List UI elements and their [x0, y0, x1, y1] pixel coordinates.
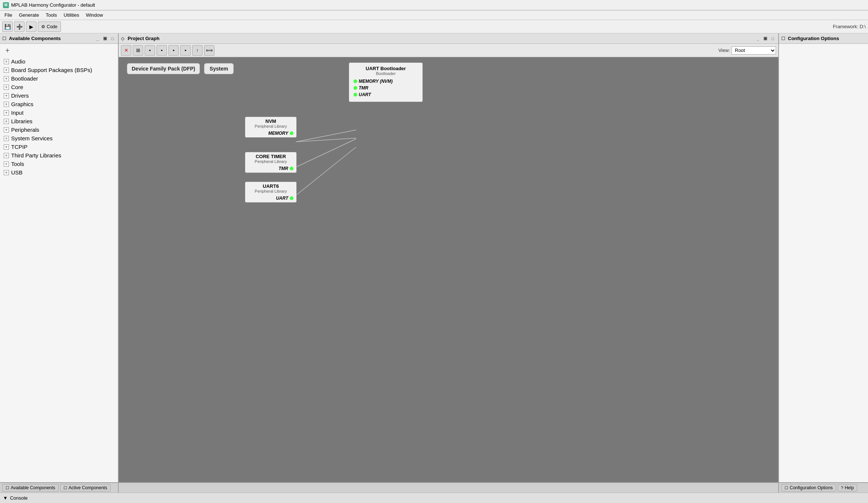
uart6-title: UART6 [248, 183, 293, 189]
tree-item-libraries[interactable]: + Libraries [0, 117, 118, 125]
component-tree: + Audio + Board Support Packages (BSPs) … [0, 57, 118, 482]
connector-button[interactable]: ⟺ [204, 45, 214, 56]
tree-label-graphics: Graphics [11, 101, 33, 107]
uart-bootloader-subtitle: Bootloader [354, 71, 418, 76]
config-options-tab[interactable]: ☐ Configuration Options [781, 484, 836, 491]
tree-label-system-services: System Services [11, 135, 53, 141]
menu-window[interactable]: Window [83, 12, 106, 19]
config-header-icon: ☐ [781, 36, 786, 41]
memory-nvm-port: MEMORY (NVM) [359, 79, 393, 84]
tree-item-tools[interactable]: + Tools [0, 160, 118, 168]
tree-label-peripherals: Peripherals [11, 127, 39, 133]
svg-line-2 [296, 139, 356, 167]
graph-canvas[interactable]: Device Family Pack (DFP) System UART Boo… [119, 57, 778, 482]
view-select[interactable]: Root [731, 46, 776, 55]
available-components-tab[interactable]: ☐ Available Components [2, 484, 59, 491]
tree-label-audio: Audio [11, 58, 25, 65]
status-arrow-icon: ▼ [3, 495, 8, 501]
tree-item-audio[interactable]: + Audio [0, 57, 118, 66]
menu-tools[interactable]: Tools [43, 12, 60, 19]
menu-utilities[interactable]: Utilities [61, 12, 82, 19]
tree-item-bootloader[interactable]: + Bootloader [0, 74, 118, 83]
active-components-tab[interactable]: ☐ Active Components [60, 484, 111, 491]
arrange-button-4[interactable]: ▪ [180, 45, 191, 56]
framework-label: Framework: D:\ [833, 24, 866, 29]
save-button[interactable]: 💾 [2, 22, 13, 32]
svg-line-3 [296, 147, 356, 195]
tab-icon-help: ? [841, 486, 843, 490]
maximize-button[interactable]: □ [109, 35, 116, 42]
graph-maximize-button[interactable]: □ [769, 35, 776, 42]
graph-minimize-button[interactable]: _ [754, 35, 761, 42]
uart6-uart-port: UART [276, 196, 288, 201]
status-bar: ▼ Console [0, 493, 868, 503]
tree-item-graphics[interactable]: + Graphics [0, 100, 118, 108]
expand-icon: + [4, 76, 9, 81]
tree-item-third-party[interactable]: + Third Party Libraries [0, 151, 118, 160]
uart-bootloader-component[interactable]: UART Bootloader Bootloader MEMORY (NVM) … [349, 62, 423, 102]
expand-icon: + [4, 85, 9, 90]
graph-header-icon: ◇ [121, 36, 126, 41]
expand-icon: + [4, 93, 9, 98]
expand-icon: + [4, 170, 9, 175]
expand-icon: + [4, 136, 9, 141]
tree-item-tcpip[interactable]: + TCPIP [0, 143, 118, 151]
tree-label-drivers: Drivers [11, 92, 29, 99]
core-timer-component[interactable]: CORE TIMER Peripheral Library TMR [245, 152, 297, 173]
nvm-subtitle: Peripheral Library [248, 124, 293, 128]
tree-item-usb[interactable]: + USB [0, 168, 118, 177]
help-tab-label: Help [845, 485, 854, 490]
svg-line-1 [296, 138, 356, 142]
generate-code-button[interactable]: ⚙ Code [38, 22, 61, 32]
nvm-memory-port: MEMORY [268, 131, 288, 136]
main-layout: ☐ Available Components _ ▣ □ + + Audio +… [0, 33, 868, 482]
minimize-button[interactable]: _ [94, 35, 101, 42]
close-button[interactable]: ✕ [121, 45, 131, 56]
connector-svg [119, 57, 778, 482]
left-panel: ☐ Available Components _ ▣ □ + + Audio +… [0, 33, 119, 482]
expand-icon: + [4, 127, 9, 133]
help-tab[interactable]: ? Help [838, 484, 857, 491]
tree-item-drivers[interactable]: + Drivers [0, 91, 118, 100]
dfp-label: Device Family Pack (DFP) [132, 66, 195, 72]
project-graph-title: Project Graph [128, 36, 160, 41]
system-component[interactable]: System [204, 63, 234, 74]
dfp-component[interactable]: Device Family Pack (DFP) [127, 63, 200, 74]
console-label: Console [10, 495, 28, 501]
tree-label-input: Input [11, 110, 23, 116]
menu-generate[interactable]: Generate [16, 12, 42, 19]
tree-label-usb: USB [11, 169, 23, 176]
gear-icon: ⚙ [41, 24, 45, 29]
arrange-button-3[interactable]: ▪ [168, 45, 179, 56]
up-button[interactable]: ↑ [192, 45, 203, 56]
tree-item-input[interactable]: + Input [0, 108, 118, 117]
tab-icon-config: ☐ [785, 486, 788, 490]
tree-item-core[interactable]: + Core [0, 83, 118, 91]
add-button[interactable]: ➕ [14, 22, 24, 32]
right-panel: ☐ Configuration Options [779, 33, 868, 482]
arrange-button-2[interactable]: ▪ [157, 45, 167, 56]
tree-label-libraries: Libraries [11, 118, 33, 124]
nvm-component[interactable]: NVM Peripheral Library MEMORY [245, 117, 297, 138]
arrange-button-1[interactable]: ▪ [145, 45, 155, 56]
graph-restore-button[interactable]: ▣ [762, 35, 769, 42]
tree-item-peripherals[interactable]: + Peripherals [0, 125, 118, 134]
svg-line-0 [296, 130, 356, 142]
tree-item-system-services[interactable]: + System Services [0, 134, 118, 143]
graph-toolbar: ✕ ⊞ ▪ ▪ ▪ ▪ ↑ ⟺ View: Root [119, 44, 778, 57]
forward-button[interactable]: ▶ [26, 22, 36, 32]
app-icon: M [3, 2, 9, 8]
fit-button[interactable]: ⊞ [133, 45, 143, 56]
tree-label-third-party: Third Party Libraries [11, 152, 61, 159]
active-tab-label: Active Components [69, 485, 107, 490]
tree-item-bsp[interactable]: + Board Support Packages (BSPs) [0, 66, 118, 74]
expand-icon: + [4, 144, 9, 150]
expand-icon: + [4, 59, 9, 64]
restore-button[interactable]: ▣ [102, 35, 108, 42]
center-panel: ◇ Project Graph _ ▣ □ ✕ ⊞ ▪ ▪ ▪ ▪ ↑ ⟺ Vi… [119, 33, 779, 482]
expand-icon: + [4, 119, 9, 124]
add-component-button[interactable]: + [2, 45, 13, 56]
tree-label-core: Core [11, 84, 23, 90]
menu-file[interactable]: File [1, 12, 15, 19]
uart6-component[interactable]: UART6 Peripheral Library UART [245, 182, 297, 203]
